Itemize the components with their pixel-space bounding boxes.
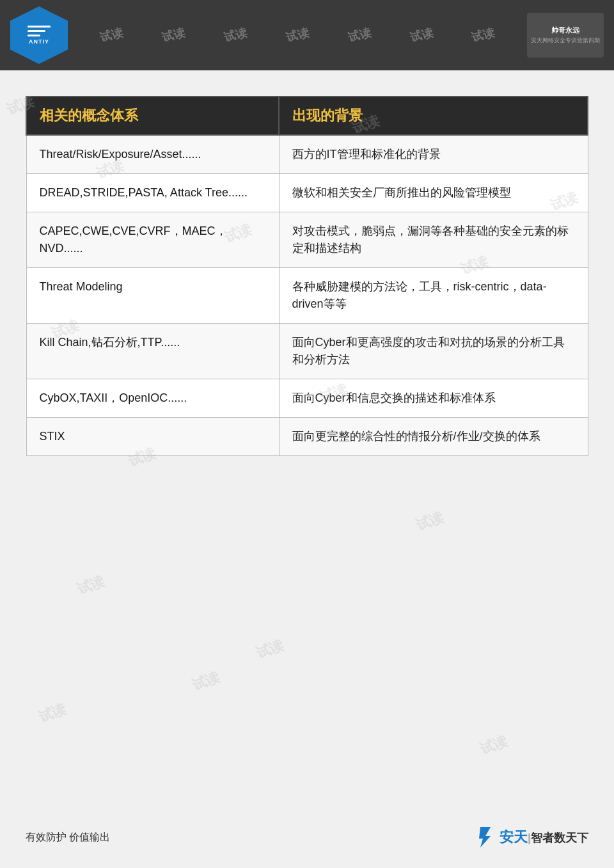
table-row: STIX面向更完整的综合性的情报分析/作业/交换的体系 xyxy=(26,418,588,456)
table-row: Kill Chain,钻石分析,TTP......面向Cyber和更高强度的攻击… xyxy=(26,324,588,379)
table-row: CybOX,TAXII，OpenIOC......面向Cyber和信息交换的描述… xyxy=(26,379,588,418)
wm-12: 试读 xyxy=(36,699,69,727)
main-content: 相关的概念体系 出现的背景 Threat/Risk/Exposure/Asset… xyxy=(0,70,614,482)
header-right-logo: 帅哥永远 安天网络安全专训营第四期 xyxy=(527,13,604,58)
footer: 有效防护 价值输出 安天|智者数天下 xyxy=(0,826,614,849)
footer-left-text: 有效防护 价值输出 xyxy=(26,831,110,844)
concepts-table: 相关的概念体系 出现的背景 Threat/Risk/Exposure/Asset… xyxy=(26,96,588,456)
header-wm-1: 试读 xyxy=(98,25,125,45)
table-cell-left-0: Threat/Risk/Exposure/Asset...... xyxy=(26,135,279,174)
col1-header: 相关的概念体系 xyxy=(26,97,279,135)
footer-right-logo: 安天|智者数天下 xyxy=(474,826,588,849)
table-cell-left-1: DREAD,STRIDE,PASTA, Attack Tree...... xyxy=(26,174,279,212)
header-wm-3: 试读 xyxy=(223,25,249,45)
header: ANTIY 试读 试读 试读 试读 试读 试读 试读 帅哥永远 安天网络安全专训… xyxy=(0,0,614,70)
header-wm-2: 试读 xyxy=(161,25,187,45)
logo-line-3 xyxy=(28,35,40,36)
wm-9: 试读 xyxy=(413,507,446,535)
table-row: CAPEC,CWE,CVE,CVRF，MAEC，NVD......对攻击模式，脆… xyxy=(26,212,588,268)
table-cell-right-0: 西方的IT管理和标准化的背景 xyxy=(279,135,588,174)
footer-antiy-icon xyxy=(474,826,497,849)
wm-13: 试读 xyxy=(477,731,510,759)
header-wm-7: 试读 xyxy=(470,25,496,45)
logo-lines xyxy=(28,26,51,36)
wm-11: 试读 xyxy=(253,635,287,663)
table-cell-right-1: 微软和相关安全厂商所推出的风险管理模型 xyxy=(279,174,588,212)
table-cell-right-2: 对攻击模式，脆弱点，漏洞等各种基础的安全元素的标定和描述结构 xyxy=(279,212,588,268)
footer-logo-sub: 智者数天下 xyxy=(531,832,588,844)
antiy-label: ANTIY xyxy=(29,38,49,45)
logo-line-2 xyxy=(28,30,45,32)
header-wm-6: 试读 xyxy=(408,25,434,45)
table-cell-left-4: Kill Chain,钻石分析,TTP...... xyxy=(26,324,279,379)
antiy-logo: ANTIY xyxy=(10,6,68,64)
table-cell-left-3: Threat Modeling xyxy=(26,268,279,324)
footer-logo-main: 安天|智者数天下 xyxy=(500,828,588,847)
header-right-top-text: 帅哥永远 xyxy=(551,26,579,35)
header-wm-5: 试读 xyxy=(346,25,372,45)
table-cell-right-5: 面向Cyber和信息交换的描述和标准体系 xyxy=(279,379,588,418)
svg-marker-0 xyxy=(479,827,491,848)
table-cell-left-2: CAPEC,CWE,CVE,CVRF，MAEC，NVD...... xyxy=(26,212,279,268)
table-cell-right-3: 各种威胁建模的方法论，工具，risk-centric，data-driven等等 xyxy=(279,268,588,324)
header-wm-4: 试读 xyxy=(284,25,310,45)
logo-line-1 xyxy=(28,26,51,28)
header-watermarks: 试读 试读 试读 试读 试读 试读 试读 xyxy=(68,28,527,43)
table-row: Threat/Risk/Exposure/Asset......西方的IT管理和… xyxy=(26,135,588,174)
table-cell-left-5: CybOX,TAXII，OpenIOC...... xyxy=(26,379,279,418)
table-cell-right-4: 面向Cyber和更高强度的攻击和对抗的场景的分析工具和分析方法 xyxy=(279,324,588,379)
table-row: DREAD,STRIDE,PASTA, Attack Tree......微软和… xyxy=(26,174,588,212)
wm-10: 试读 xyxy=(74,571,107,599)
header-right-bottom-text: 安天网络安全专训营第四期 xyxy=(531,36,600,45)
wm-15: 试读 xyxy=(189,667,223,695)
table-cell-right-6: 面向更完整的综合性的情报分析/作业/交换的体系 xyxy=(279,418,588,456)
col2-header: 出现的背景 xyxy=(279,97,588,135)
table-row: Threat Modeling各种威胁建模的方法论，工具，risk-centri… xyxy=(26,268,588,324)
table-cell-left-6: STIX xyxy=(26,418,279,456)
